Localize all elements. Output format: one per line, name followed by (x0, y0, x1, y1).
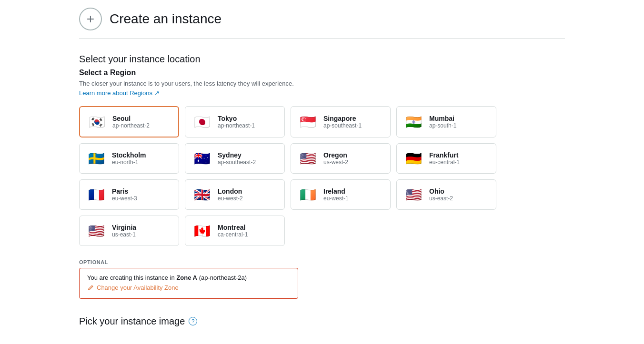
external-link-icon: ↗ (154, 89, 160, 97)
region-card-oregon[interactable]: 🇺🇸Oregonus-west-2 (291, 143, 391, 174)
pick-image-section: Pick your instance image ? (79, 316, 565, 327)
region-code-ohio: us-east-2 (429, 195, 453, 202)
region-code-london: eu-west-2 (218, 195, 243, 202)
flag-singapore: 🇸🇬 (298, 112, 318, 132)
location-section: Select your instance location Select a R… (79, 54, 565, 299)
create-instance-icon: + (79, 8, 102, 30)
region-name-sydney: Sydney (218, 151, 256, 159)
region-card-seoul[interactable]: 🇰🇷Seoulap-northeast-2 (79, 106, 179, 138)
flag-virginia: 🇺🇸 (86, 221, 106, 241)
edit-icon (87, 285, 94, 291)
section-description: The closer your instance is to your user… (79, 80, 565, 87)
learn-more-link[interactable]: Learn more about Regions ↗ (79, 89, 160, 97)
flag-london: 🇬🇧 (192, 185, 212, 205)
region-name-ireland: Ireland (323, 187, 349, 195)
region-code-frankfurt: eu-central-1 (429, 159, 460, 166)
region-code-virginia: us-east-1 (112, 231, 136, 238)
region-name-tokyo: Tokyo (218, 115, 255, 122)
flag-sydney: 🇦🇺 (192, 148, 212, 168)
region-code-mumbai: ap-south-1 (429, 122, 456, 129)
region-card-ohio[interactable]: 🇺🇸Ohious-east-2 (396, 179, 496, 210)
region-name-singapore: Singapore (323, 115, 362, 122)
region-card-stockholm[interactable]: 🇸🇪Stockholmeu-north-1 (79, 143, 179, 174)
region-code-montreal: ca-central-1 (218, 231, 248, 238)
region-card-virginia[interactable]: 🇺🇸Virginiaus-east-1 (79, 216, 179, 246)
flag-ohio: 🇺🇸 (403, 185, 423, 205)
optional-section: OPTIONAL You are creating this instance … (79, 259, 565, 299)
region-card-mumbai[interactable]: 🇮🇳Mumbaiap-south-1 (396, 106, 496, 138)
pick-image-title: Pick your instance image ? (79, 316, 565, 327)
region-info-london: Londoneu-west-2 (218, 187, 243, 202)
region-info-stockholm: Stockholmeu-north-1 (112, 151, 146, 166)
region-card-frankfurt[interactable]: 🇩🇪Frankfurteu-central-1 (396, 143, 496, 174)
page-container: + Create an instance Select your instanc… (60, 0, 584, 344)
flag-oregon: 🇺🇸 (298, 148, 318, 168)
region-card-tokyo[interactable]: 🇯🇵Tokyoap-northeast-1 (185, 106, 285, 138)
region-card-ireland[interactable]: 🇮🇪Irelandeu-west-1 (291, 179, 391, 210)
section-title: Select your instance location (79, 54, 565, 65)
flag-tokyo: 🇯🇵 (192, 112, 212, 132)
region-info-ireland: Irelandeu-west-1 (323, 187, 349, 202)
flag-paris: 🇫🇷 (86, 185, 106, 205)
region-info-tokyo: Tokyoap-northeast-1 (218, 115, 255, 129)
change-az-link[interactable]: Change your Availability Zone (87, 284, 179, 291)
help-icon[interactable]: ? (189, 317, 197, 325)
flag-mumbai: 🇮🇳 (403, 112, 423, 132)
region-info-seoul: Seoulap-northeast-2 (112, 115, 150, 129)
region-name-paris: Paris (112, 187, 137, 195)
region-card-paris[interactable]: 🇫🇷Pariseu-west-3 (79, 179, 179, 210)
region-info-mumbai: Mumbaiap-south-1 (429, 115, 456, 129)
section-subtitle: Select a Region (79, 69, 565, 77)
region-code-singapore: ap-southeast-1 (323, 122, 362, 129)
region-code-ireland: eu-west-1 (323, 195, 349, 202)
region-info-ohio: Ohious-east-2 (429, 187, 453, 202)
flag-frankfurt: 🇩🇪 (403, 148, 423, 168)
region-info-paris: Pariseu-west-3 (112, 187, 137, 202)
region-code-seoul: ap-northeast-2 (112, 122, 150, 129)
region-card-singapore[interactable]: 🇸🇬Singaporeap-southeast-1 (291, 106, 391, 138)
region-info-frankfurt: Frankfurteu-central-1 (429, 151, 460, 166)
region-info-oregon: Oregonus-west-2 (323, 151, 348, 166)
region-info-montreal: Montrealca-central-1 (218, 224, 248, 238)
region-code-tokyo: ap-northeast-1 (218, 122, 255, 129)
flag-ireland: 🇮🇪 (298, 185, 318, 205)
regions-grid: 🇰🇷Seoulap-northeast-2🇯🇵Tokyoap-northeast… (79, 106, 565, 246)
region-code-stockholm: eu-north-1 (112, 159, 146, 166)
region-info-singapore: Singaporeap-southeast-1 (323, 115, 362, 129)
region-info-virginia: Virginiaus-east-1 (112, 224, 136, 238)
region-code-oregon: us-west-2 (323, 159, 348, 166)
page-header: + Create an instance (79, 0, 565, 39)
region-name-stockholm: Stockholm (112, 151, 146, 159)
region-name-ohio: Ohio (429, 187, 453, 195)
region-code-paris: eu-west-3 (112, 195, 137, 202)
region-name-oregon: Oregon (323, 151, 348, 159)
availability-zone-box: You are creating this instance in Zone A… (79, 268, 298, 299)
az-text: You are creating this instance in Zone A… (87, 274, 290, 281)
flag-seoul: 🇰🇷 (87, 112, 107, 132)
region-name-seoul: Seoul (112, 115, 150, 122)
region-name-frankfurt: Frankfurt (429, 151, 460, 159)
optional-label: OPTIONAL (79, 259, 565, 265)
region-name-montreal: Montreal (218, 224, 248, 231)
region-name-mumbai: Mumbai (429, 115, 456, 122)
flag-montreal: 🇨🇦 (192, 221, 212, 241)
page-title: Create an instance (110, 11, 221, 27)
region-name-london: London (218, 187, 243, 195)
region-info-sydney: Sydneyap-southeast-2 (218, 151, 256, 166)
region-code-sydney: ap-southeast-2 (218, 159, 256, 166)
region-card-sydney[interactable]: 🇦🇺Sydneyap-southeast-2 (185, 143, 285, 174)
region-card-montreal[interactable]: 🇨🇦Montrealca-central-1 (185, 216, 285, 246)
flag-stockholm: 🇸🇪 (86, 148, 106, 168)
region-name-virginia: Virginia (112, 224, 136, 231)
region-card-london[interactable]: 🇬🇧Londoneu-west-2 (185, 179, 285, 210)
